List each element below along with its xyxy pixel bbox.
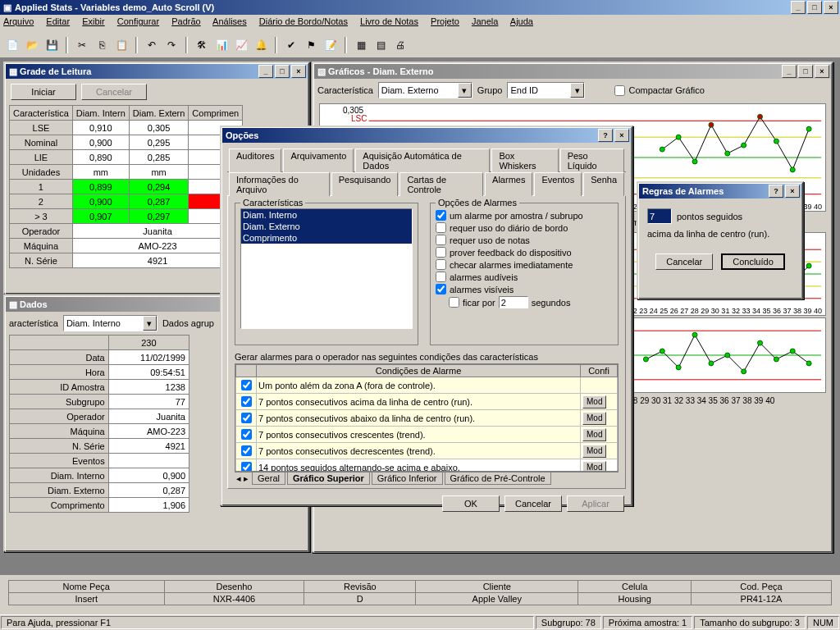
btab-inf[interactable]: Gráfico Inferior: [372, 472, 443, 485]
minimize-button[interactable]: _: [791, 1, 806, 14]
concluido-button[interactable]: Concluído: [721, 253, 785, 270]
grade-min-button[interactable]: _: [258, 65, 273, 78]
chevron-down-icon[interactable]: ▾: [570, 83, 584, 98]
tab-pesq[interactable]: Pesquisando: [331, 172, 399, 196]
mod-button[interactable]: Mod: [582, 412, 606, 425]
cb-ficar[interactable]: [449, 297, 459, 308]
graf-min-button[interactable]: _: [782, 65, 797, 78]
btab-geral[interactable]: Geral: [252, 472, 285, 485]
chevron-down-icon[interactable]: ▾: [143, 316, 157, 331]
stats-icon[interactable]: 📈: [232, 36, 250, 54]
note-icon[interactable]: 📝: [322, 36, 340, 54]
graf-max-button[interactable]: □: [798, 65, 813, 78]
cut-icon[interactable]: ✂: [73, 36, 91, 54]
save-icon[interactable]: 💾: [43, 36, 61, 54]
regras-help-button[interactable]: ?: [769, 185, 783, 198]
mod-button[interactable]: Mod: [582, 428, 606, 441]
cb-checar[interactable]: checar alarmes imediatamente: [436, 259, 613, 270]
open-icon[interactable]: 📂: [23, 36, 41, 54]
grade-max-button[interactable]: □: [275, 65, 290, 78]
cb-diario[interactable]: requer uso do diário de bordo: [436, 222, 613, 233]
menu-padrao[interactable]: Padrão: [171, 16, 200, 26]
menu-janela[interactable]: Janela: [472, 16, 498, 26]
graf-close-button[interactable]: ×: [815, 65, 829, 78]
help-button[interactable]: ?: [598, 129, 613, 142]
alarm-table[interactable]: Condições de AlarmeConfi Um ponto além d…: [235, 364, 618, 472]
flag-icon[interactable]: ⚑: [302, 36, 320, 54]
ficar-input[interactable]: [499, 296, 528, 308]
grade-close-button[interactable]: ×: [291, 65, 306, 78]
tool-icon[interactable]: 🛠: [193, 36, 211, 54]
tab-info[interactable]: Informações do Arquivo: [229, 172, 330, 196]
cb-notas[interactable]: requer uso de notas: [436, 235, 613, 245]
redo-icon[interactable]: ↷: [162, 36, 180, 54]
menu-ajuda[interactable]: Ajuda: [510, 16, 533, 26]
cond-cb[interactable]: [241, 380, 252, 390]
cb-audiveis[interactable]: alarmes audíveis: [436, 272, 613, 282]
new-icon[interactable]: 📄: [3, 36, 21, 54]
check-icon[interactable]: ✔: [282, 36, 300, 54]
chart-icon[interactable]: 📊: [212, 36, 231, 54]
mod-button[interactable]: Mod: [582, 395, 606, 409]
tab-arquivamento[interactable]: Arquivamento: [283, 148, 354, 172]
cond-cb[interactable]: [241, 429, 252, 440]
bell-icon[interactable]: 🔔: [252, 36, 270, 54]
graf-carac-dropdown[interactable]: Diam. Externo▾: [378, 82, 472, 98]
list-item[interactable]: Diam. Interno: [241, 209, 412, 221]
tab-alarmes[interactable]: Alarmes: [485, 172, 532, 196]
menu-configurar[interactable]: Configurar: [117, 16, 159, 26]
opcoes-cancelar-button[interactable]: Cancelar: [504, 495, 562, 512]
menu-diario[interactable]: Diário de Bordo/Notas: [259, 16, 348, 26]
cascade-icon[interactable]: ▤: [372, 36, 390, 54]
tab-auditores[interactable]: Auditores: [229, 148, 281, 172]
cancelar-button[interactable]: Cancelar: [81, 84, 147, 100]
cb-um-alarme[interactable]: um alarme por amostra / subrupo: [436, 210, 613, 221]
mod-button[interactable]: Mod: [582, 461, 606, 472]
cb-visiveis[interactable]: alarmes visíveis: [436, 284, 613, 294]
tab-cartas[interactable]: Cartas de Controle: [399, 172, 483, 196]
grade-table[interactable]: CaracterísticaDiam. InternDiam. ExternCo…: [9, 105, 243, 268]
carac-listbox[interactable]: Diam. Interno Diam. Externo Comprimento: [240, 208, 413, 329]
cond-cb[interactable]: [241, 445, 252, 456]
menu-editar[interactable]: Editar: [46, 16, 70, 26]
menu-analises[interactable]: Análises: [212, 16, 247, 26]
regras-close-button[interactable]: ×: [785, 185, 800, 198]
tab-senha[interactable]: Senha: [583, 172, 624, 196]
maximize-button[interactable]: □: [807, 1, 822, 14]
compactar-checkbox[interactable]: Compactar Gráfico: [614, 85, 704, 96]
btab-pre[interactable]: Gráfico de Pré-Controle: [445, 472, 551, 485]
opcoes-close-button[interactable]: ×: [614, 129, 629, 142]
tab-peso[interactable]: Peso Líquido: [560, 148, 624, 172]
grupo-dropdown[interactable]: End ID▾: [507, 82, 585, 98]
carac-dropdown[interactable]: Diam. Interno▾: [63, 315, 158, 331]
dados-table[interactable]: 230 Data11/02/1999 Hora09:54:51 ID Amost…: [9, 335, 189, 513]
chevron-down-icon[interactable]: ▾: [458, 83, 472, 98]
paste-icon[interactable]: 📋: [112, 36, 130, 54]
tab-aquisicao[interactable]: Aquisição Automática de Dados: [355, 148, 490, 172]
cb-feedback[interactable]: prover feedback do dispositivo: [436, 247, 613, 258]
cond-cb[interactable]: [241, 396, 252, 407]
svg-point-47: [806, 361, 811, 366]
btab-sup[interactable]: Gráfico Superior: [287, 472, 370, 485]
window-icon[interactable]: ▦: [352, 36, 370, 54]
menu-exibir[interactable]: Exibir: [82, 16, 105, 26]
mod-button[interactable]: Mod: [582, 445, 606, 458]
ok-button[interactable]: OK: [442, 495, 500, 512]
pontos-input[interactable]: [647, 208, 672, 224]
menu-livro[interactable]: Livro de Notas: [360, 16, 418, 26]
tab-eventos[interactable]: Eventos: [534, 172, 582, 196]
menu-projeto[interactable]: Projeto: [431, 16, 459, 26]
undo-icon[interactable]: ↶: [143, 36, 161, 54]
aplicar-button[interactable]: Aplicar: [567, 495, 624, 512]
list-item[interactable]: Diam. Externo: [241, 221, 412, 232]
regras-cancelar-button[interactable]: Cancelar: [655, 253, 713, 270]
close-button[interactable]: ×: [824, 1, 838, 14]
menu-arquivo[interactable]: Arquivo: [3, 16, 34, 26]
cond-cb[interactable]: [241, 462, 252, 472]
copy-icon[interactable]: ⎘: [93, 36, 111, 54]
cond-cb[interactable]: [241, 413, 252, 423]
print-icon[interactable]: 🖨: [391, 36, 409, 54]
iniciar-button[interactable]: Iniciar: [11, 84, 76, 100]
tab-box[interactable]: Box Whiskers: [491, 148, 558, 172]
list-item[interactable]: Comprimento: [241, 232, 412, 244]
